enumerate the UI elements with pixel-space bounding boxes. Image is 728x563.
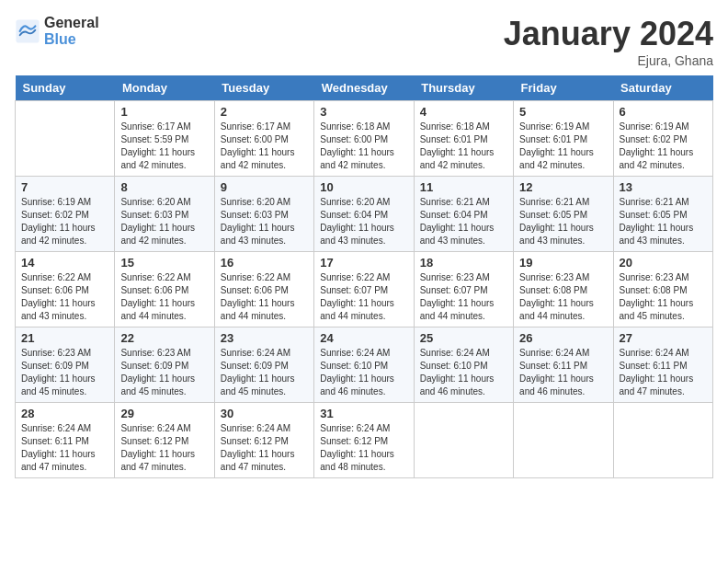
calendar-cell: 17Sunrise: 6:22 AMSunset: 6:07 PMDayligh… xyxy=(314,252,414,327)
day-info: Sunrise: 6:18 AMSunset: 6:01 PMDaylight:… xyxy=(420,121,507,172)
header-day-monday: Monday xyxy=(115,75,214,101)
calendar-cell xyxy=(16,101,115,177)
day-info: Sunrise: 6:21 AMSunset: 6:05 PMDaylight:… xyxy=(519,196,607,247)
day-info: Sunrise: 6:19 AMSunset: 6:02 PMDaylight:… xyxy=(21,196,108,247)
day-info: Sunrise: 6:23 AMSunset: 6:07 PMDaylight:… xyxy=(420,271,507,323)
title-section: January 2024 Ejura, Ghana xyxy=(504,15,713,68)
calendar-cell: 9Sunrise: 6:20 AMSunset: 6:03 PMDaylight… xyxy=(214,177,313,252)
day-info: Sunrise: 6:20 AMSunset: 6:04 PMDaylight:… xyxy=(320,196,407,247)
day-info: Sunrise: 6:20 AMSunset: 6:03 PMDaylight:… xyxy=(221,196,308,247)
calendar-cell: 27Sunrise: 6:24 AMSunset: 6:11 PMDayligh… xyxy=(613,327,712,403)
week-row-4: 21Sunrise: 6:23 AMSunset: 6:09 PMDayligh… xyxy=(16,327,713,403)
calendar-cell: 7Sunrise: 6:19 AMSunset: 6:02 PMDaylight… xyxy=(16,177,115,252)
calendar-cell: 31Sunrise: 6:24 AMSunset: 6:12 PMDayligh… xyxy=(314,403,414,478)
day-info: Sunrise: 6:24 AMSunset: 6:10 PMDaylight:… xyxy=(420,347,507,398)
day-number: 7 xyxy=(21,180,108,194)
calendar-cell xyxy=(514,403,613,478)
calendar-cell: 14Sunrise: 6:22 AMSunset: 6:06 PMDayligh… xyxy=(16,252,115,327)
day-number: 30 xyxy=(221,407,308,420)
calendar-cell: 25Sunrise: 6:24 AMSunset: 6:10 PMDayligh… xyxy=(414,327,513,403)
day-info: Sunrise: 6:22 AMSunset: 6:06 PMDaylight:… xyxy=(120,271,208,323)
week-row-2: 7Sunrise: 6:19 AMSunset: 6:02 PMDaylight… xyxy=(16,177,713,252)
calendar-cell: 5Sunrise: 6:19 AMSunset: 6:01 PMDaylight… xyxy=(514,101,613,177)
week-row-3: 14Sunrise: 6:22 AMSunset: 6:06 PMDayligh… xyxy=(16,252,713,327)
day-info: Sunrise: 6:18 AMSunset: 6:00 PMDaylight:… xyxy=(320,121,407,172)
day-number: 18 xyxy=(420,256,507,270)
calendar-cell: 15Sunrise: 6:22 AMSunset: 6:06 PMDayligh… xyxy=(115,252,214,327)
calendar-cell: 29Sunrise: 6:24 AMSunset: 6:12 PMDayligh… xyxy=(115,403,214,478)
day-number: 31 xyxy=(320,407,407,420)
day-number: 26 xyxy=(519,331,607,345)
logo: General Blue xyxy=(15,15,99,47)
calendar-cell xyxy=(613,403,712,478)
calendar-cell: 21Sunrise: 6:23 AMSunset: 6:09 PMDayligh… xyxy=(16,327,115,403)
day-number: 4 xyxy=(420,105,507,119)
day-number: 6 xyxy=(620,105,707,119)
day-number: 15 xyxy=(120,256,208,270)
week-row-1: 1Sunrise: 6:17 AMSunset: 5:59 PMDaylight… xyxy=(16,101,713,177)
day-info: Sunrise: 6:24 AMSunset: 6:10 PMDaylight:… xyxy=(320,347,407,398)
day-number: 5 xyxy=(519,105,607,119)
day-info: Sunrise: 6:21 AMSunset: 6:04 PMDaylight:… xyxy=(420,196,507,247)
day-info: Sunrise: 6:24 AMSunset: 6:09 PMDaylight:… xyxy=(221,347,308,398)
calendar-cell: 6Sunrise: 6:19 AMSunset: 6:02 PMDaylight… xyxy=(613,101,712,177)
header-day-sunday: Sunday xyxy=(16,75,115,101)
calendar-cell: 20Sunrise: 6:23 AMSunset: 6:08 PMDayligh… xyxy=(613,252,712,327)
header-row: SundayMondayTuesdayWednesdayThursdayFrid… xyxy=(16,75,713,101)
day-info: Sunrise: 6:24 AMSunset: 6:12 PMDaylight:… xyxy=(120,422,208,474)
day-number: 28 xyxy=(21,407,108,420)
month-title: January 2024 xyxy=(504,15,713,53)
calendar-cell: 12Sunrise: 6:21 AMSunset: 6:05 PMDayligh… xyxy=(514,177,613,252)
calendar-cell: 1Sunrise: 6:17 AMSunset: 5:59 PMDaylight… xyxy=(115,101,214,177)
day-number: 19 xyxy=(519,256,607,270)
day-info: Sunrise: 6:22 AMSunset: 6:07 PMDaylight:… xyxy=(320,271,407,323)
day-info: Sunrise: 6:19 AMSunset: 6:01 PMDaylight:… xyxy=(519,121,607,172)
day-info: Sunrise: 6:23 AMSunset: 6:08 PMDaylight:… xyxy=(620,271,707,323)
calendar-cell: 24Sunrise: 6:24 AMSunset: 6:10 PMDayligh… xyxy=(314,327,414,403)
calendar-cell xyxy=(414,403,513,478)
header-day-friday: Friday xyxy=(514,75,613,101)
calendar-cell: 26Sunrise: 6:24 AMSunset: 6:11 PMDayligh… xyxy=(514,327,613,403)
calendar-cell: 22Sunrise: 6:23 AMSunset: 6:09 PMDayligh… xyxy=(115,327,214,403)
calendar-cell: 18Sunrise: 6:23 AMSunset: 6:07 PMDayligh… xyxy=(414,252,513,327)
calendar-cell: 16Sunrise: 6:22 AMSunset: 6:06 PMDayligh… xyxy=(214,252,313,327)
logo-text: General Blue xyxy=(44,15,99,47)
day-number: 16 xyxy=(221,256,308,270)
day-number: 29 xyxy=(120,407,208,420)
day-info: Sunrise: 6:23 AMSunset: 6:09 PMDaylight:… xyxy=(21,347,108,398)
calendar-table: SundayMondayTuesdayWednesdayThursdayFrid… xyxy=(15,75,713,478)
calendar-cell: 13Sunrise: 6:21 AMSunset: 6:05 PMDayligh… xyxy=(613,177,712,252)
day-number: 25 xyxy=(420,331,507,345)
day-number: 12 xyxy=(519,180,607,194)
day-number: 14 xyxy=(21,256,108,270)
day-info: Sunrise: 6:17 AMSunset: 5:59 PMDaylight:… xyxy=(120,121,208,172)
day-number: 23 xyxy=(221,331,308,345)
calendar-cell: 19Sunrise: 6:23 AMSunset: 6:08 PMDayligh… xyxy=(514,252,613,327)
calendar-cell: 11Sunrise: 6:21 AMSunset: 6:04 PMDayligh… xyxy=(414,177,513,252)
day-info: Sunrise: 6:22 AMSunset: 6:06 PMDaylight:… xyxy=(21,271,108,323)
day-info: Sunrise: 6:24 AMSunset: 6:11 PMDaylight:… xyxy=(620,347,707,398)
day-number: 22 xyxy=(120,331,208,345)
logo-icon xyxy=(15,18,40,44)
calendar-cell: 8Sunrise: 6:20 AMSunset: 6:03 PMDaylight… xyxy=(115,177,214,252)
day-number: 13 xyxy=(620,180,707,194)
calendar-cell: 30Sunrise: 6:24 AMSunset: 6:12 PMDayligh… xyxy=(214,403,313,478)
header-day-thursday: Thursday xyxy=(414,75,513,101)
calendar-cell: 23Sunrise: 6:24 AMSunset: 6:09 PMDayligh… xyxy=(214,327,313,403)
day-info: Sunrise: 6:23 AMSunset: 6:08 PMDaylight:… xyxy=(519,271,607,323)
day-info: Sunrise: 6:23 AMSunset: 6:09 PMDaylight:… xyxy=(120,347,208,398)
day-number: 27 xyxy=(620,331,707,345)
day-number: 9 xyxy=(221,180,308,194)
day-info: Sunrise: 6:24 AMSunset: 6:12 PMDaylight:… xyxy=(320,422,407,474)
day-info: Sunrise: 6:22 AMSunset: 6:06 PMDaylight:… xyxy=(221,271,308,323)
day-number: 11 xyxy=(420,180,507,194)
day-number: 20 xyxy=(620,256,707,270)
page-header: General Blue January 2024 Ejura, Ghana xyxy=(15,15,713,68)
calendar-cell: 10Sunrise: 6:20 AMSunset: 6:04 PMDayligh… xyxy=(314,177,414,252)
day-number: 8 xyxy=(120,180,208,194)
header-day-tuesday: Tuesday xyxy=(214,75,313,101)
day-number: 24 xyxy=(320,331,407,345)
calendar-cell: 28Sunrise: 6:24 AMSunset: 6:11 PMDayligh… xyxy=(16,403,115,478)
day-number: 1 xyxy=(120,105,208,119)
location: Ejura, Ghana xyxy=(504,53,713,68)
